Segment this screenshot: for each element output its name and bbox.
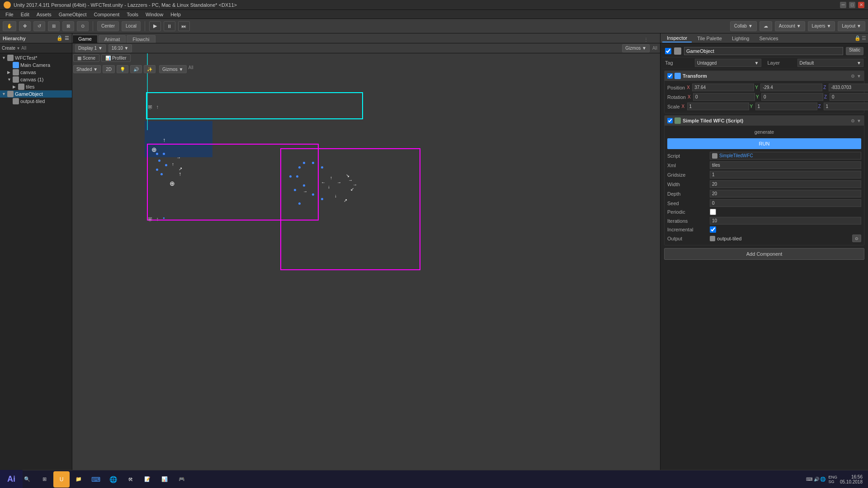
seed-input[interactable]: 0 [710,199,861,207]
wfc-settings[interactable]: ⚙ [851,118,855,123]
center-toggle[interactable]: Center [97,21,119,31]
rect-tool[interactable]: ⊠ [62,21,74,31]
hierarchy-lock[interactable]: 🔒 [57,35,63,41]
taskbar-app-4[interactable]: 🎮 [174,471,190,488]
hierarchy-item-canvas[interactable]: ▶ canvas [0,69,72,76]
hand-tool[interactable]: ✋ [3,21,16,31]
menu-edit[interactable]: Edit [17,12,33,17]
run-button[interactable]: RUN [667,138,861,149]
create-button[interactable]: Create [2,46,15,51]
tag-dropdown[interactable]: Untagged ▼ [695,59,761,67]
2d-toggle[interactable]: 2D [103,65,115,73]
menu-component[interactable]: Component [90,12,123,17]
collab-button[interactable]: Collab ▼ [730,21,757,31]
tab-tile-palette[interactable]: Tile Palette [693,35,726,42]
iterations-input[interactable]: 10 [710,217,861,225]
cloud-button[interactable]: ☁ [760,21,772,31]
hierarchy-item-output-tiled[interactable]: output-tiled [0,98,72,105]
all-label[interactable]: All [21,46,26,51]
minimize-button[interactable]: ─ [840,2,846,8]
menu-window[interactable]: Window [142,12,167,17]
script-ref[interactable]: SimpleTiledWFC [710,152,861,160]
scene-gizmos[interactable]: Gizmos ▼ [159,65,187,73]
rot-z-input[interactable] [830,93,868,101]
pos-x-input[interactable] [692,84,754,91]
scale-z-input[interactable] [824,103,868,110]
taskbar-app-2[interactable]: 📝 [139,471,156,488]
taskbar-chrome[interactable]: 🌐 [105,471,121,488]
hierarchy-item-canvas1[interactable]: ▼ canvas (1) [0,76,72,83]
layer-dropdown[interactable]: Default ▼ [797,59,864,67]
audio-toggle[interactable]: 🔊 [130,65,142,73]
gridsize-input[interactable]: 1 [710,171,861,178]
wfc-toggle[interactable] [667,118,673,123]
add-component-button[interactable]: Add Component [664,248,864,260]
xml-input[interactable]: tiles [710,161,861,169]
periodic-checkbox[interactable] [710,209,716,215]
pos-y-input[interactable] [760,84,822,91]
tab-animat[interactable]: Animat [99,35,126,43]
inspector-menu[interactable]: ☰ [862,35,866,41]
depth-input[interactable]: 20 [710,190,861,197]
hierarchy-menu[interactable]: ☰ [65,35,69,41]
shaded-dropdown[interactable]: Shaded ▼ [73,65,101,73]
tab-game[interactable]: Game [72,35,98,43]
hierarchy-item-gameobject[interactable]: ▼ GameObject [0,90,72,98]
menu-tools[interactable]: Tools [123,12,142,17]
maximize-button[interactable]: □ [849,2,855,8]
tab-services[interactable]: Services [755,35,783,42]
play-button[interactable]: ▶ [149,21,161,31]
taskbar-taskview[interactable]: ⊞ [36,471,52,488]
scene-viewport[interactable]: ▦ Scene 📊 Profiler Shaded ▼ 2D 💡 🔊 ✨ Giz… [72,53,660,474]
gizmos-dropdown[interactable]: Gizmos ▼ [622,44,650,52]
tab-flowchi[interactable]: Flowchi [127,35,155,43]
hierarchy-item-tiles[interactable]: ▶ tiles [0,83,72,90]
multi-tool[interactable]: ⊙ [77,21,89,31]
output-pick[interactable]: ⊙ [852,235,861,242]
transform-toggle[interactable] [667,73,673,79]
menu-help[interactable]: Help [167,12,184,17]
component-settings[interactable]: ⚙ [851,74,855,79]
scene-tab[interactable]: ▦ Scene [73,54,99,62]
lights-toggle[interactable]: 💡 [117,65,128,73]
taskbar-app-1[interactable]: 🛠 [122,471,138,488]
tab-inspector[interactable]: Inspector [662,34,692,42]
hierarchy-item-wfctest[interactable]: ▼ WFCTest* [0,54,72,61]
close-button[interactable]: ✕ [858,2,864,8]
scale-x-input[interactable] [687,103,749,110]
profiler-tab[interactable]: 📊 Profiler [101,54,130,62]
rot-y-input[interactable] [761,93,823,101]
hierarchy-item-maincamera[interactable]: Main Camera [0,61,72,69]
menu-file[interactable]: File [2,12,17,17]
panel-menu[interactable]: ⋮ [642,36,660,43]
incremental-checkbox[interactable] [710,226,716,233]
tab-lighting[interactable]: Lighting [727,35,754,42]
transform-header[interactable]: Transform ⚙ ▼ [665,71,864,81]
move-tool[interactable]: ✥ [19,21,31,31]
scale-y-input[interactable] [755,103,817,110]
display-dropdown[interactable]: Display 1 ▼ [75,44,106,52]
taskbar-app-3[interactable]: 📊 [156,471,173,488]
layers-button[interactable]: Layers ▼ [808,21,835,31]
taskbar-vscode[interactable]: ⌨ [88,471,104,488]
rot-x-input[interactable] [693,93,755,101]
local-toggle[interactable]: Local [122,21,141,31]
active-checkbox[interactable] [665,48,671,54]
static-button[interactable]: Static [846,47,863,55]
ratio-dropdown[interactable]: 16:10 ▼ [108,44,132,52]
account-button[interactable]: Account ▼ [775,21,805,31]
rotate-tool[interactable]: ↺ [33,21,45,31]
scale-tool[interactable]: ⊞ [48,21,60,31]
width-input[interactable]: 20 [710,180,861,188]
step-button[interactable]: ⏭ [178,21,190,31]
output-ref[interactable]: output-tiled [710,236,850,241]
pos-z-input[interactable] [829,84,868,91]
taskbar-explorer[interactable]: 📁 [71,471,87,488]
component-expand[interactable]: ▼ [857,74,861,79]
menu-assets[interactable]: Assets [33,12,55,17]
gameobject-name-input[interactable] [684,47,843,55]
taskbar-unity[interactable]: U [53,471,70,488]
effects-toggle[interactable]: ✨ [144,65,156,73]
menu-gameobject[interactable]: GameObject [55,12,90,17]
wfc-header[interactable]: Simple Tiled WFC (Script) ⚙ ▼ [665,116,864,126]
